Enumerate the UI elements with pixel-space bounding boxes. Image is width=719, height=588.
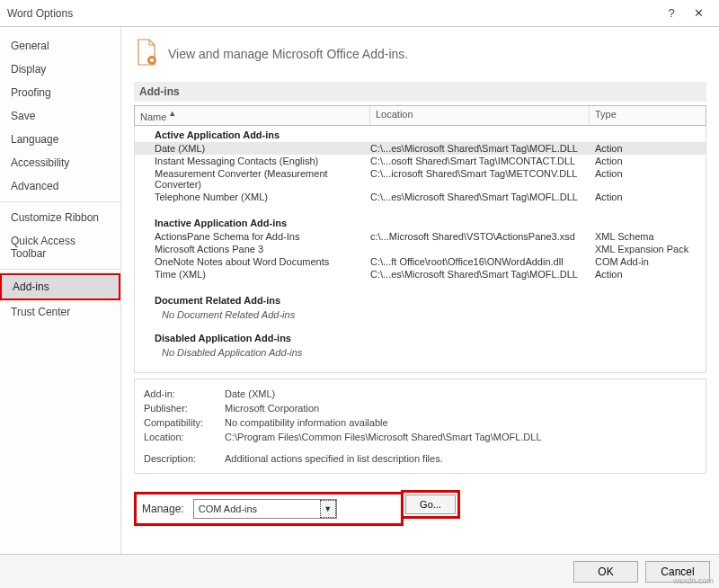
disabled-empty: No Disabled Application Add-ins	[135, 345, 706, 367]
watermark: wsxdn.com	[673, 576, 714, 585]
sidebar-item-display[interactable]: Display	[0, 58, 120, 81]
col-header-location[interactable]: Location	[370, 106, 590, 125]
table-row[interactable]: Date (XML)C:\...es\Microsoft Shared\Smar…	[135, 142, 706, 155]
sidebar-item-advanced[interactable]: Advanced	[0, 174, 120, 198]
addins-page-icon	[134, 38, 159, 69]
go-button[interactable]: Go...	[405, 494, 456, 514]
docrel-empty: No Document Related Add-ins	[135, 307, 706, 329]
manage-row: Manage: COM Add-ins ▼	[134, 492, 404, 526]
content-pane: View and manage Microsoft Office Add-ins…	[121, 27, 719, 554]
table-row[interactable]: Time (XML)C:\...es\Microsoft Shared\Smar…	[135, 268, 706, 281]
table-row[interactable]: Instant Messaging Contacts (English)C:\.…	[135, 155, 706, 167]
detail-value-location: C:\Program Files\Common Files\Microsoft …	[225, 432, 542, 442]
detail-value-desc: Additional actions specified in list des…	[225, 453, 443, 464]
sidebar: General Display Proofing Save Language A…	[0, 27, 121, 554]
manage-combo[interactable]: COM Add-ins ▼	[193, 499, 337, 519]
addin-details: Add-in:Date (XML) Publisher:Microsoft Co…	[134, 379, 706, 474]
sidebar-item-general[interactable]: General	[0, 34, 120, 58]
detail-value-addin: Date (XML)	[225, 388, 275, 399]
detail-value-compat: No compatibility information available	[225, 417, 388, 428]
ok-button[interactable]: OK	[573, 561, 638, 583]
detail-label-desc: Description:	[144, 453, 225, 464]
sidebar-item-save[interactable]: Save	[0, 104, 120, 128]
sidebar-item-accessibility[interactable]: Accessibility	[0, 151, 120, 174]
sidebar-item-proofing[interactable]: Proofing	[0, 81, 120, 104]
titlebar: Word Options ? ✕	[0, 0, 719, 27]
dialog-footer: OK Cancel	[0, 554, 719, 588]
sidebar-item-quick-access[interactable]: Quick Access Toolbar	[0, 229, 120, 265]
sidebar-item-customize-ribbon[interactable]: Customize Ribbon	[0, 206, 120, 229]
table-row[interactable]: OneNote Notes about Word DocumentsC:\...…	[135, 255, 706, 268]
table-row[interactable]: Microsoft Actions Pane 3XML Expansion Pa…	[135, 243, 706, 255]
detail-label-publisher: Publisher:	[144, 403, 225, 414]
page-header-text: View and manage Microsoft Office Add-ins…	[168, 47, 408, 61]
table-row[interactable]: Measurement Converter (Measurement Conve…	[135, 167, 706, 191]
detail-label-location: Location:	[144, 432, 225, 442]
close-button[interactable]: ✕	[685, 6, 712, 20]
table-row[interactable]: Telephone Number (XML)C:\...es\Microsoft…	[135, 191, 706, 203]
section-inactive: Inactive Application Add-ins	[135, 214, 706, 230]
section-docrel: Document Related Add-ins	[135, 291, 706, 307]
detail-label-addin: Add-in:	[144, 388, 225, 399]
table-row[interactable]: ActionsPane Schema for Add-Insc:\...Micr…	[135, 230, 706, 243]
detail-value-publisher: Microsoft Corporation	[225, 403, 319, 414]
chevron-down-icon: ▼	[320, 500, 336, 518]
manage-combo-value: COM Add-ins	[194, 503, 320, 514]
section-active: Active Application Add-ins	[135, 126, 706, 142]
table-header: Name▲ Location Type	[134, 105, 706, 126]
window-title: Word Options	[7, 7, 658, 20]
section-disabled: Disabled Application Add-ins	[135, 329, 706, 345]
sidebar-item-trust-center[interactable]: Trust Center	[0, 300, 120, 324]
svg-point-1	[150, 58, 154, 62]
col-header-type[interactable]: Type	[590, 106, 706, 125]
addins-list: Active Application Add-ins Date (XML)C:\…	[134, 126, 706, 373]
help-button[interactable]: ?	[658, 6, 685, 20]
detail-label-compat: Compatibility:	[144, 417, 225, 428]
pane-title: Add-ins	[134, 82, 706, 102]
sort-asc-icon: ▲	[168, 109, 176, 118]
sidebar-item-language[interactable]: Language	[0, 128, 120, 151]
manage-label: Manage:	[142, 503, 184, 515]
col-header-name[interactable]: Name▲	[135, 106, 370, 125]
sidebar-item-addins[interactable]: Add-ins	[0, 273, 120, 300]
